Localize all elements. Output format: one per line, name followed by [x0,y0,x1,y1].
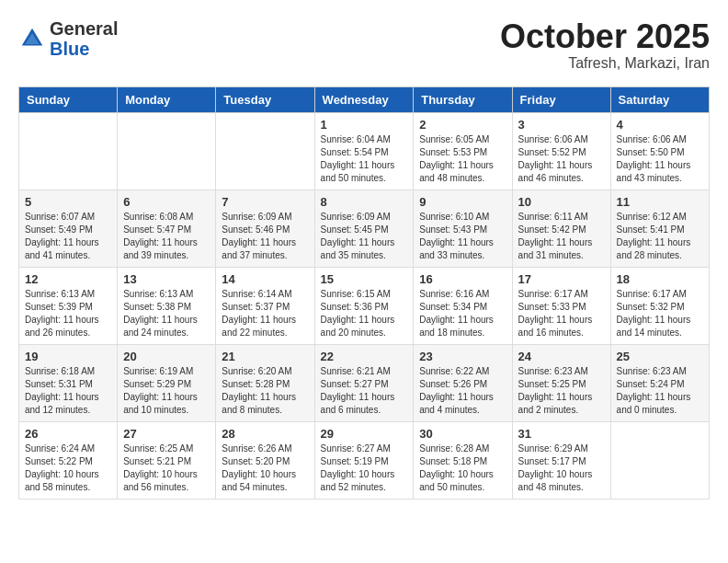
day-info: Sunrise: 6:06 AM Sunset: 5:52 PM Dayligh… [518,133,605,185]
day-info: Sunrise: 6:13 AM Sunset: 5:39 PM Dayligh… [25,288,111,339]
day-number: 5 [25,195,111,209]
logo: General Blue [18,18,118,59]
day-info: Sunrise: 6:17 AM Sunset: 5:33 PM Dayligh… [518,288,605,339]
day-info: Sunrise: 6:16 AM Sunset: 5:34 PM Dayligh… [419,288,506,339]
calendar-week-row: 19Sunrise: 6:18 AM Sunset: 5:31 PM Dayli… [19,344,710,421]
day-number: 23 [419,350,506,363]
day-number: 6 [123,195,210,209]
logo-icon [18,25,46,52]
day-number: 14 [222,272,308,286]
day-info: Sunrise: 6:19 AM Sunset: 5:29 PM Dayligh… [123,365,210,417]
calendar-cell: 27Sunrise: 6:25 AM Sunset: 5:21 PM Dayli… [118,421,216,499]
day-info: Sunrise: 6:13 AM Sunset: 5:38 PM Dayligh… [123,288,210,339]
day-info: Sunrise: 6:11 AM Sunset: 5:42 PM Dayligh… [518,211,605,262]
calendar-cell: 9Sunrise: 6:10 AM Sunset: 5:43 PM Daylig… [414,190,512,267]
day-info: Sunrise: 6:17 AM Sunset: 5:32 PM Dayligh… [617,288,703,339]
calendar-header-row: SundayMondayTuesdayWednesdayThursdayFrid… [19,86,710,112]
calendar-cell: 26Sunrise: 6:24 AM Sunset: 5:22 PM Dayli… [19,421,118,499]
weekday-header: Friday [512,86,610,112]
day-number: 4 [617,118,703,132]
day-number: 16 [419,272,506,286]
day-info: Sunrise: 6:18 AM Sunset: 5:31 PM Dayligh… [25,365,111,417]
day-info: Sunrise: 6:10 AM Sunset: 5:43 PM Dayligh… [419,211,506,262]
calendar-cell [118,112,216,190]
calendar-cell: 30Sunrise: 6:28 AM Sunset: 5:18 PM Dayli… [414,421,512,499]
day-number: 2 [419,118,506,132]
calendar-cell [216,112,314,190]
calendar-cell: 8Sunrise: 6:09 AM Sunset: 5:45 PM Daylig… [314,190,414,267]
calendar-cell [19,112,118,190]
calendar-cell: 29Sunrise: 6:27 AM Sunset: 5:19 PM Dayli… [314,421,414,499]
calendar-cell: 17Sunrise: 6:17 AM Sunset: 5:33 PM Dayli… [512,267,610,344]
calendar-cell: 19Sunrise: 6:18 AM Sunset: 5:31 PM Dayli… [19,344,118,421]
day-info: Sunrise: 6:29 AM Sunset: 5:17 PM Dayligh… [518,442,605,494]
calendar-cell: 20Sunrise: 6:19 AM Sunset: 5:29 PM Dayli… [118,344,216,421]
calendar-cell: 16Sunrise: 6:16 AM Sunset: 5:34 PM Dayli… [414,267,512,344]
calendar-cell: 18Sunrise: 6:17 AM Sunset: 5:32 PM Dayli… [610,267,709,344]
weekday-header: Saturday [610,86,709,112]
day-info: Sunrise: 6:24 AM Sunset: 5:22 PM Dayligh… [25,442,111,494]
calendar-cell: 11Sunrise: 6:12 AM Sunset: 5:41 PM Dayli… [610,190,709,267]
day-info: Sunrise: 6:05 AM Sunset: 5:53 PM Dayligh… [419,133,506,185]
calendar-cell: 28Sunrise: 6:26 AM Sunset: 5:20 PM Dayli… [216,421,314,499]
calendar-cell: 24Sunrise: 6:23 AM Sunset: 5:25 PM Dayli… [512,344,610,421]
day-number: 29 [321,427,408,441]
day-number: 21 [222,350,308,363]
day-number: 12 [25,272,111,286]
day-number: 11 [617,195,703,209]
day-number: 10 [518,195,605,209]
logo-general: General [50,18,118,39]
day-info: Sunrise: 6:04 AM Sunset: 5:54 PM Dayligh… [321,133,408,185]
day-info: Sunrise: 6:06 AM Sunset: 5:50 PM Dayligh… [617,133,703,185]
day-info: Sunrise: 6:26 AM Sunset: 5:20 PM Dayligh… [222,442,308,494]
logo-blue: Blue [50,39,118,59]
calendar-cell [610,421,709,499]
day-number: 26 [25,427,111,441]
day-info: Sunrise: 6:21 AM Sunset: 5:27 PM Dayligh… [321,365,408,417]
calendar-cell: 14Sunrise: 6:14 AM Sunset: 5:37 PM Dayli… [216,267,314,344]
day-info: Sunrise: 6:14 AM Sunset: 5:37 PM Dayligh… [222,288,308,339]
calendar-cell: 13Sunrise: 6:13 AM Sunset: 5:38 PM Dayli… [118,267,216,344]
weekday-header: Tuesday [216,86,314,112]
calendar-cell: 21Sunrise: 6:20 AM Sunset: 5:28 PM Dayli… [216,344,314,421]
day-number: 27 [123,427,210,441]
day-number: 20 [123,350,210,363]
day-info: Sunrise: 6:15 AM Sunset: 5:36 PM Dayligh… [321,288,408,339]
day-number: 7 [222,195,308,209]
day-info: Sunrise: 6:28 AM Sunset: 5:18 PM Dayligh… [419,442,506,494]
day-info: Sunrise: 6:23 AM Sunset: 5:24 PM Dayligh… [617,365,703,417]
day-number: 24 [518,350,605,363]
day-number: 15 [321,272,408,286]
day-number: 18 [617,272,703,286]
calendar-week-row: 5Sunrise: 6:07 AM Sunset: 5:49 PM Daylig… [19,190,710,267]
calendar-cell: 1Sunrise: 6:04 AM Sunset: 5:54 PM Daylig… [314,112,414,190]
day-info: Sunrise: 6:20 AM Sunset: 5:28 PM Dayligh… [222,365,308,417]
day-number: 28 [222,427,308,441]
logo-text: General Blue [50,18,118,59]
day-number: 17 [518,272,605,286]
calendar-cell: 3Sunrise: 6:06 AM Sunset: 5:52 PM Daylig… [512,112,610,190]
day-number: 30 [419,427,506,441]
calendar-cell: 2Sunrise: 6:05 AM Sunset: 5:53 PM Daylig… [414,112,512,190]
day-info: Sunrise: 6:22 AM Sunset: 5:26 PM Dayligh… [419,365,506,417]
location-subtitle: Tafresh, Markazi, Iran [500,55,710,72]
calendar-cell: 12Sunrise: 6:13 AM Sunset: 5:39 PM Dayli… [19,267,118,344]
month-title: October 2025 [500,18,710,55]
day-info: Sunrise: 6:08 AM Sunset: 5:47 PM Dayligh… [123,211,210,262]
calendar-cell: 15Sunrise: 6:15 AM Sunset: 5:36 PM Dayli… [314,267,414,344]
weekday-header: Monday [118,86,216,112]
day-info: Sunrise: 6:25 AM Sunset: 5:21 PM Dayligh… [123,442,210,494]
day-number: 22 [321,350,408,363]
day-info: Sunrise: 6:09 AM Sunset: 5:45 PM Dayligh… [321,211,408,262]
day-info: Sunrise: 6:07 AM Sunset: 5:49 PM Dayligh… [25,211,111,262]
calendar-week-row: 1Sunrise: 6:04 AM Sunset: 5:54 PM Daylig… [19,112,710,190]
day-number: 8 [321,195,408,209]
weekday-header: Sunday [19,86,118,112]
calendar-cell: 31Sunrise: 6:29 AM Sunset: 5:17 PM Dayli… [512,421,610,499]
day-number: 25 [617,350,703,363]
weekday-header: Wednesday [314,86,414,112]
page-header: General Blue October 2025 Tafresh, Marka… [18,18,710,72]
calendar-week-row: 12Sunrise: 6:13 AM Sunset: 5:39 PM Dayli… [19,267,710,344]
title-section: October 2025 Tafresh, Markazi, Iran [500,18,710,72]
day-number: 9 [419,195,506,209]
